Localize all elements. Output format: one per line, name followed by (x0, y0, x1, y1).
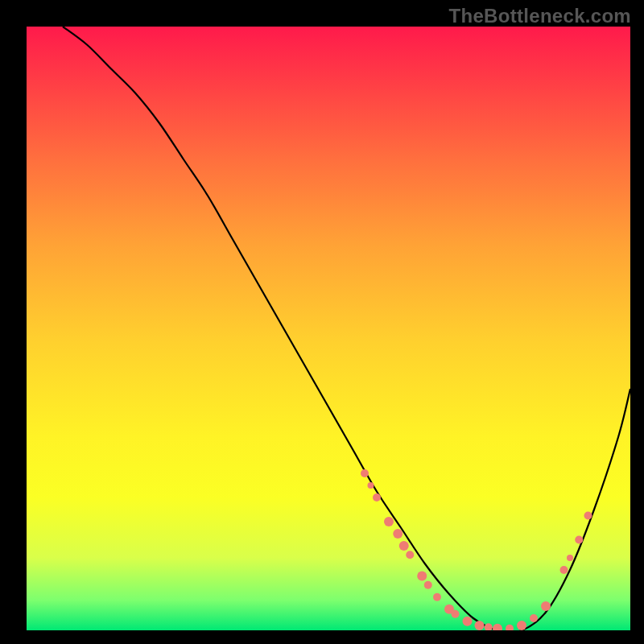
curve-marker (530, 614, 538, 622)
curve-marker (399, 541, 409, 551)
curve-marker (361, 469, 369, 477)
curve-marker (541, 601, 551, 611)
curve-marker (560, 566, 568, 574)
marker-group (361, 469, 592, 630)
curve-marker (452, 610, 460, 618)
curve-marker (373, 493, 381, 502)
curve-marker (384, 517, 394, 526)
curve-marker (567, 555, 573, 561)
curve-marker (584, 512, 592, 520)
curve-marker (493, 624, 502, 630)
curve-marker (424, 581, 432, 589)
curve-marker (575, 536, 583, 544)
curve-marker (506, 625, 514, 630)
chart-svg (27, 27, 630, 630)
curve-marker (417, 572, 427, 581)
curve-marker (475, 621, 485, 630)
curve-marker (517, 621, 526, 630)
curve-marker (433, 593, 441, 601)
curve-marker (368, 482, 374, 489)
watermark-text: TheBottleneck.com (449, 5, 631, 27)
curve-marker (393, 529, 402, 539)
chart-frame: TheBottleneck.com (0, 0, 644, 644)
curve-marker (463, 617, 473, 626)
chart-plot-area (27, 27, 630, 630)
bottleneck-curve-path (63, 27, 630, 630)
curve-marker (485, 623, 493, 630)
curve-marker (406, 551, 414, 559)
